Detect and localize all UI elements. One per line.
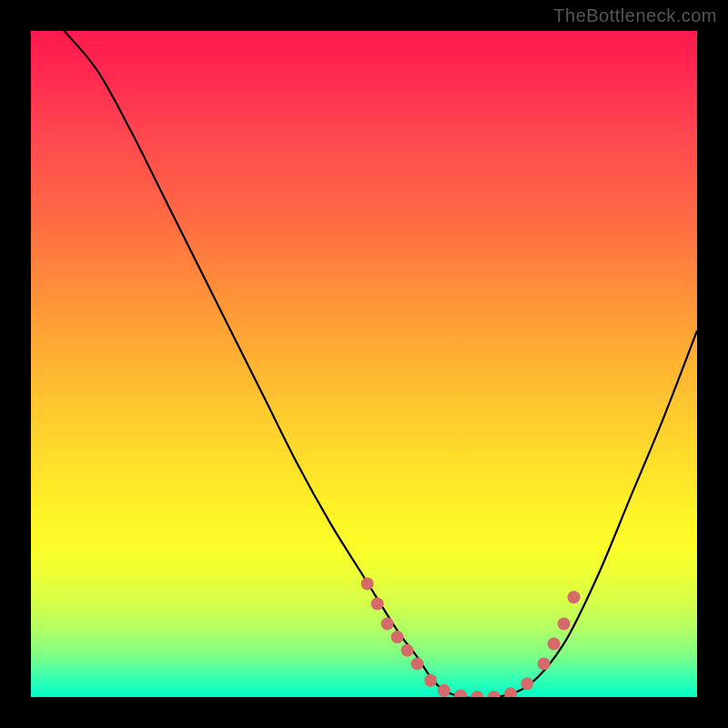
- curve-marker: [424, 674, 437, 687]
- curve-marker: [504, 687, 517, 697]
- curve-markers-group: [361, 578, 581, 697]
- curve-marker: [411, 657, 424, 670]
- curve-marker: [568, 591, 581, 603]
- curve-marker: [488, 691, 500, 697]
- chart-plot-area: [31, 31, 697, 697]
- chart-svg: [31, 31, 697, 697]
- curve-marker: [538, 657, 551, 670]
- curve-marker: [521, 677, 533, 690]
- curve-marker: [371, 598, 384, 611]
- bottleneck-curve-line: [65, 31, 697, 697]
- curve-marker: [401, 644, 414, 657]
- curve-marker: [470, 691, 483, 697]
- watermark-text: TheBottleneck.com: [553, 5, 717, 26]
- curve-marker: [438, 684, 450, 697]
- curve-marker: [361, 578, 374, 591]
- curve-marker: [558, 617, 571, 630]
- curve-marker: [381, 617, 394, 630]
- curve-marker: [548, 637, 561, 650]
- curve-marker: [454, 690, 467, 697]
- curve-marker: [391, 631, 404, 643]
